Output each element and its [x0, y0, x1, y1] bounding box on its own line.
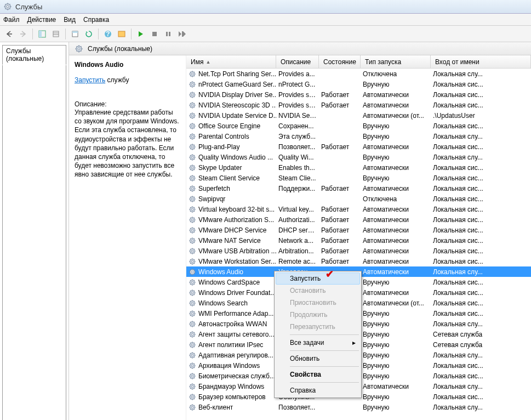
service-logon: .\UpdatusUser [431, 112, 531, 120]
service-name: Quality Windows Audio ... [198, 154, 273, 161]
service-row[interactable]: NVIDIA Display Driver Se...Provides sy..… [186, 89, 531, 100]
service-name: Steam Client Service [198, 174, 260, 182]
tree-root-tab[interactable]: Службы (локальные) [2, 45, 66, 65]
service-row[interactable]: SwpipvqrОтключенаЛокальная сис... [186, 194, 531, 204]
gear-icon [75, 44, 83, 53]
service-row[interactable]: Quality Windows Audio ...Quality Wi...Вр… [186, 152, 531, 162]
menu-bar: Файл Действие Вид Справка [0, 14, 531, 26]
service-name: Браузер компьютеров [198, 393, 266, 401]
help-button-2[interactable] [116, 28, 128, 40]
service-startup: Отключена [361, 70, 431, 78]
service-startup: Вручную [361, 341, 431, 349]
service-name: Net.Tcp Port Sharing Ser... [198, 70, 276, 78]
service-state: Работает [319, 247, 361, 255]
service-row[interactable]: Steam Client ServiceSteam Clie...Вручную… [186, 173, 531, 183]
col-state[interactable]: Состояние [319, 55, 361, 68]
service-name: NVIDIA Update Service D... [198, 112, 276, 120]
gear-icon [189, 112, 196, 120]
service-state: Работает [319, 237, 361, 245]
col-startup[interactable]: Тип запуска [361, 55, 431, 68]
col-logon[interactable]: Вход от имени [431, 55, 531, 68]
service-state: Работает [319, 101, 361, 109]
service-logon: Локальная сис... [431, 299, 531, 307]
service-row[interactable]: VMware DHCP ServiceDHCP servi...Работает… [186, 225, 531, 235]
toolbar: ? [0, 26, 531, 42]
service-startup: Вручную [361, 174, 431, 182]
service-desc: Network a... [276, 237, 319, 245]
service-name: Windows CardSpace [198, 279, 260, 286]
gear-icon [189, 393, 196, 401]
menu-file[interactable]: Файл [3, 16, 20, 24]
svg-rect-17 [118, 31, 125, 37]
service-row[interactable]: nProtect GameGuard Ser...nProtect G...Вр… [186, 79, 531, 89]
service-row[interactable]: Office Source EngineСохранен...ВручнуюЛо… [186, 121, 531, 131]
service-row[interactable]: VMware Authorization S...Authorizati...Р… [186, 214, 531, 225]
service-row[interactable]: SuperfetchПоддержи...РаботаетАвтоматичес… [186, 183, 531, 194]
service-name: Биометрическая служб... [198, 372, 275, 380]
gear-icon [189, 133, 196, 140]
refresh-button[interactable] [83, 28, 95, 40]
service-row[interactable]: Parental ControlsЭта служб...ВручнуюЛока… [186, 131, 531, 141]
export-list-button[interactable] [50, 28, 62, 40]
gear-icon [189, 341, 196, 349]
service-desc: NVIDIA Set... [276, 112, 319, 120]
title-bar: Службы [0, 0, 531, 14]
service-row[interactable]: VMware NAT ServiceNetwork a...РаботаетАв… [186, 235, 531, 246]
service-row[interactable]: Plug-and-PlayПозволяет...РаботаетАвтомат… [186, 141, 531, 152]
ctx-все-задачи[interactable]: Все задачи▸ [276, 337, 360, 349]
service-row[interactable]: NVIDIA Stereoscopic 3D ...Provides sy...… [186, 100, 531, 110]
svg-text:?: ? [106, 30, 110, 38]
gear-icon [189, 164, 196, 172]
service-desc: Поддержи... [276, 185, 319, 192]
menu-action[interactable]: Действие [27, 16, 56, 24]
service-startup: Вручную [361, 122, 431, 130]
restart-service-button[interactable] [176, 28, 188, 40]
gear-icon [189, 362, 196, 370]
start-service-link[interactable]: Запустить [75, 76, 105, 84]
ctx-запустить[interactable]: Запустить [276, 273, 360, 285]
service-desc: DHCP servi... [276, 226, 319, 234]
start-service-button[interactable] [135, 28, 147, 40]
properties-button[interactable] [69, 28, 81, 40]
nav-forward-button[interactable] [17, 28, 29, 40]
gear-icon [189, 279, 196, 286]
ctx-справка[interactable]: Справка [276, 384, 360, 396]
pause-service-button[interactable] [162, 28, 174, 40]
service-row[interactable]: Virtual keyboard 32-bit s...Virtual key.… [186, 204, 531, 214]
col-description[interactable]: Описание [276, 55, 319, 68]
detail-pane: Windows Audio Запустить службу Описание:… [69, 55, 186, 420]
gear-icon [189, 268, 196, 276]
ctx-обновить[interactable]: Обновить [276, 353, 360, 365]
service-name: Агент защиты сетевого... [198, 331, 274, 338]
help-button[interactable]: ? [102, 28, 114, 40]
service-logon: Локальная сис... [431, 216, 531, 224]
service-startup: Автоматически [361, 164, 431, 172]
service-row[interactable]: VMware USB Arbitration ...Arbitration...… [186, 246, 531, 256]
col-name[interactable]: Имя▲ [186, 55, 276, 68]
service-state: Работает [319, 216, 361, 224]
service-row[interactable]: Веб-клиентПозволяет...ВручнуюЛокальная с… [186, 402, 531, 412]
gear-icon [189, 81, 196, 88]
service-row[interactable]: VMware Workstation Ser...Remote ac...Раб… [186, 256, 531, 266]
menu-view[interactable]: Вид [64, 16, 76, 24]
service-row[interactable]: Net.Tcp Port Sharing Ser...Provides a...… [186, 69, 531, 79]
menu-help[interactable]: Справка [83, 16, 109, 24]
stop-service-button[interactable] [149, 28, 161, 40]
service-name: Агент политики IPsec [198, 341, 263, 349]
service-state: Работает [319, 206, 361, 213]
service-logon: Локальная слу... [431, 70, 531, 78]
service-row[interactable]: Skype UpdaterEnables th...АвтоматическиЛ… [186, 162, 531, 173]
tree-pane: Службы (локальные) [0, 42, 69, 420]
ctx-свойства[interactable]: Свойства [276, 368, 360, 381]
service-name: Веб-клиент [198, 404, 233, 411]
show-hide-tree-button[interactable] [36, 28, 48, 40]
service-logon: Локальная сис... [431, 91, 531, 99]
service-name: Parental Controls [198, 133, 249, 140]
service-logon: Локальная сис... [431, 237, 531, 245]
nav-back-button[interactable] [3, 28, 15, 40]
service-startup: Вручную [361, 404, 431, 411]
service-desc: Arbitration... [276, 247, 319, 255]
service-row[interactable]: NVIDIA Update Service D...NVIDIA Set...А… [186, 110, 531, 121]
service-logon: Локальная сис... [431, 279, 531, 286]
selected-service-name: Windows Audio [75, 61, 181, 69]
